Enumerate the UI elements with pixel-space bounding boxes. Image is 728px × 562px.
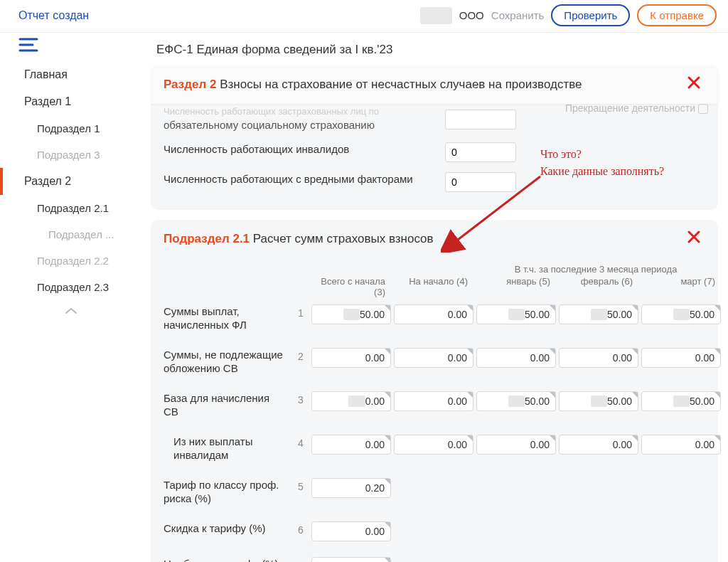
amount-input[interactable]: 00050.00 — [641, 304, 721, 324]
menu-icon — [18, 37, 38, 53]
truncated-line0: Численность работающих застрахованных ли… — [164, 105, 434, 118]
nav-list: Главная Раздел 1 Подраздел 1 Подраздел 3… — [0, 61, 142, 323]
content-area: ЕФС-1 Единая форма сведений за I кв.'23 … — [142, 33, 728, 562]
nav-collapse[interactable] — [0, 300, 142, 323]
row-number: 1 — [293, 304, 309, 319]
amount-input[interactable]: 0000.00 — [311, 391, 391, 411]
col-start: На начало (4) — [391, 276, 471, 297]
table-row: Суммы выплат, начисленных ФЛ100050.000.0… — [164, 304, 705, 332]
close-icon — [687, 230, 701, 244]
amount-input[interactable]: 00050.00 — [559, 304, 638, 324]
invalids-count-input[interactable] — [445, 142, 516, 162]
subsection-2-1: Подраздел 2.1 Расчет сумм страховых взно… — [151, 220, 718, 562]
amount-input[interactable]: 0.00 — [641, 435, 721, 455]
row-label: Тариф по классу проф. риска (%) — [164, 478, 290, 506]
nav-sub-2-1[interactable]: Подраздел 2.1 — [0, 195, 142, 221]
calc-table: В т.ч. за последние 3 месяца периода Все… — [151, 258, 718, 562]
amount-input[interactable]: 00050.00 — [311, 304, 391, 324]
amount-input[interactable]: 0.20 — [311, 478, 391, 498]
section-2-body: Численность работающих застрахованных ли… — [151, 104, 718, 210]
harmful-count-label: Численность работающих с вредными фактор… — [164, 172, 434, 186]
amount-input[interactable]: 0.00 — [476, 435, 556, 455]
truncated-label: Численность работающих застрахованных ли… — [164, 108, 434, 132]
row-number: 2 — [293, 348, 309, 362]
org-logo — [420, 7, 452, 24]
sidebar: Главная Раздел 1 Подраздел 1 Подраздел 3… — [0, 33, 142, 562]
table-row: Из них выплаты инвалидам40.000.000.000.0… — [164, 435, 705, 462]
row-label: Суммы выплат, начисленных ФЛ — [164, 304, 290, 332]
insured-count-input[interactable] — [445, 110, 516, 129]
nav-sub-2-1-x[interactable]: Подраздел ... — [0, 221, 142, 248]
amount-input[interactable]: 00050.00 — [559, 391, 638, 411]
col-m3: март (7) — [638, 276, 718, 297]
table-row: Тариф по классу проф. риска (%)50.20 — [164, 478, 705, 506]
section-2-header: Раздел 2 Взносы на страхование от несчас… — [151, 65, 718, 104]
col-m1: январь (5) — [473, 276, 553, 297]
check-button[interactable]: Проверить — [551, 4, 630, 26]
section-2: Раздел 2 Взносы на страхование от несчас… — [151, 65, 718, 210]
send-button[interactable]: К отправке — [637, 4, 717, 26]
menu-toggle[interactable] — [0, 33, 142, 61]
row-number: 7 — [293, 557, 309, 562]
amount-input[interactable]: 0.00 — [311, 435, 391, 455]
row-label: Скидка к тарифу (%) — [164, 521, 290, 536]
top-right-controls: ООО Сохранить Проверить К отправке — [420, 4, 717, 26]
nav-main[interactable]: Главная — [0, 61, 142, 88]
close-icon — [687, 75, 701, 90]
amount-input[interactable]: 00050.00 — [641, 391, 721, 411]
table-row: База для начисления СВ30000.000.0000050.… — [164, 391, 705, 419]
table-row: Суммы, не подлежащие обложению СВ20.000.… — [164, 348, 705, 376]
col-m2: февраль (6) — [556, 276, 636, 297]
org-name: ООО — [459, 9, 484, 21]
amount-input[interactable]: 0.00 — [559, 435, 638, 455]
row-number: 3 — [293, 391, 309, 405]
table-column-headers: Всего с начала (3) На начало (4) январь … — [164, 276, 705, 297]
section-2-title: Раздел 2 Взносы на страхование от несчас… — [164, 78, 582, 92]
page-title: ЕФС-1 Единая форма сведений за I кв.'23 — [151, 33, 718, 65]
top-bar: Отчет создан ООО Сохранить Проверить К о… — [0, 0, 728, 33]
checkbox-icon — [698, 104, 708, 114]
sub21-prefix: Подраздел 2.1 — [164, 232, 250, 245]
amount-input[interactable]: 0.00 — [311, 557, 391, 562]
row-label: База для начисления СВ — [164, 391, 290, 419]
amount-input[interactable]: 0.00 — [559, 348, 638, 368]
amount-input[interactable]: 0.00 — [311, 348, 391, 368]
row-label: Суммы, не подлежащие обложению СВ — [164, 348, 290, 376]
period-header-label: В т.ч. за последние 3 месяца периода — [473, 264, 718, 276]
nav-section2[interactable]: Раздел 2 — [0, 168, 142, 195]
amount-input[interactable]: 00050.00 — [476, 304, 556, 324]
row-label: Из них выплаты инвалидам — [164, 435, 290, 462]
harmful-count-input[interactable] — [445, 172, 516, 192]
col-total: Всего с начала (3) — [309, 276, 388, 297]
subsection-2-1-close[interactable] — [682, 230, 705, 248]
table-period-header: В т.ч. за последние 3 месяца периода — [164, 264, 705, 276]
amount-input[interactable]: 0.00 — [476, 348, 556, 368]
invalids-count-label: Численность работающих инвалидов — [164, 142, 434, 157]
chevron-up-icon — [64, 307, 78, 315]
row-number: 5 — [293, 478, 309, 492]
nav-sub-1-3[interactable]: Подраздел 3 — [0, 142, 142, 168]
section-2-close[interactable] — [682, 75, 705, 94]
report-status: Отчет создан — [18, 9, 89, 22]
cease-activity-toggle[interactable]: Прекращение деятельности — [565, 102, 708, 114]
section-2-prefix: Раздел 2 — [164, 78, 216, 91]
amount-input[interactable]: 0.00 — [394, 435, 473, 455]
row-label: Надбавка к тарифу (%) — [164, 557, 290, 562]
row-number: 6 — [293, 521, 309, 536]
row-number: 4 — [293, 435, 309, 449]
save-link[interactable]: Сохранить — [491, 9, 545, 21]
subsection-2-1-header: Подраздел 2.1 Расчет сумм страховых взно… — [151, 220, 718, 258]
nav-sub-2-2[interactable]: Подраздел 2.2 — [0, 248, 142, 274]
nav-sub-1-1[interactable]: Подраздел 1 — [0, 115, 142, 142]
table-row: Надбавка к тарифу (%)70.00 — [164, 557, 705, 562]
amount-input[interactable]: 00050.00 — [476, 391, 556, 411]
amount-input[interactable]: 0.00 — [641, 348, 721, 368]
amount-input[interactable]: 0.00 — [394, 348, 473, 368]
amount-input[interactable]: 0.00 — [394, 304, 473, 324]
table-row: Скидка к тарифу (%)60.00 — [164, 521, 705, 541]
amount-input[interactable]: 0.00 — [394, 391, 473, 411]
amount-input[interactable]: 0.00 — [311, 521, 391, 541]
nav-sub-2-3[interactable]: Подраздел 2.3 — [0, 274, 142, 300]
subsection-2-1-title: Подраздел 2.1 Расчет сумм страховых взно… — [164, 232, 434, 246]
nav-section1[interactable]: Раздел 1 — [0, 88, 142, 115]
